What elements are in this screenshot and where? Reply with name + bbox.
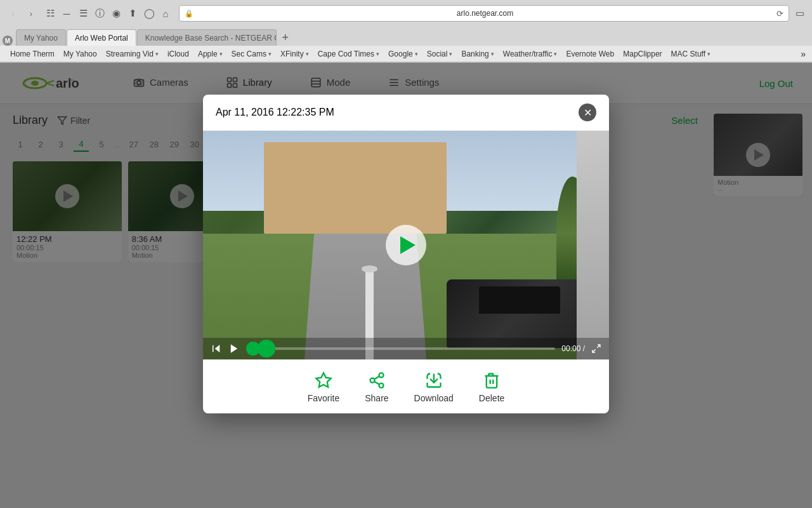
- fullscreen-icon: [591, 344, 601, 354]
- delete-button[interactable]: Delete: [479, 370, 504, 403]
- play-icon: [228, 343, 240, 354]
- share-button[interactable]: Share: [365, 370, 388, 403]
- svg-point-30: [370, 378, 374, 383]
- delete-label: Delete: [479, 393, 504, 403]
- svg-line-33: [374, 377, 379, 380]
- play-pause-button[interactable]: [228, 343, 240, 354]
- svg-marker-23: [215, 345, 220, 352]
- svg-marker-25: [231, 344, 238, 353]
- fullscreen-button[interactable]: [591, 344, 601, 354]
- video-play-button[interactable]: [386, 225, 426, 265]
- svg-marker-28: [316, 373, 331, 387]
- modal-overlay: Apr 11, 2016 12:22:35 PM ✕: [0, 0, 812, 508]
- rewind-button[interactable]: [211, 343, 222, 354]
- video-controls-bar: 00:00 /: [203, 338, 609, 359]
- svg-line-27: [593, 349, 596, 352]
- time-display: 00:00 /: [561, 344, 585, 353]
- download-label: Download: [414, 393, 454, 403]
- trash-icon: [481, 370, 502, 391]
- modal-close-button[interactable]: ✕: [579, 104, 596, 121]
- svg-point-31: [379, 384, 383, 388]
- download-icon: [424, 370, 444, 391]
- modal-video: 00:00 /: [203, 131, 609, 359]
- star-icon: [313, 370, 334, 391]
- share-label: Share: [365, 393, 388, 403]
- play-triangle-icon: [400, 236, 416, 254]
- progress-dot: [258, 340, 275, 358]
- download-button[interactable]: Download: [414, 370, 454, 403]
- share-icon: [367, 370, 387, 391]
- favorite-button[interactable]: Favorite: [308, 370, 340, 403]
- video-modal: Apr 11, 2016 12:22:35 PM ✕: [203, 95, 609, 413]
- svg-line-32: [374, 382, 379, 385]
- svg-line-26: [597, 345, 600, 348]
- modal-footer: Favorite Share: [203, 359, 609, 413]
- modal-header: Apr 11, 2016 12:22:35 PM ✕: [203, 95, 609, 131]
- scene-car-roof: [479, 286, 560, 314]
- progress-bar[interactable]: [266, 347, 555, 350]
- scene-building: [577, 131, 609, 359]
- modal-title: Apr 11, 2016 12:22:35 PM: [216, 107, 334, 118]
- rewind-icon: [211, 343, 222, 354]
- svg-point-29: [379, 373, 383, 377]
- favorite-label: Favorite: [308, 393, 340, 403]
- scene-house: [264, 142, 447, 234]
